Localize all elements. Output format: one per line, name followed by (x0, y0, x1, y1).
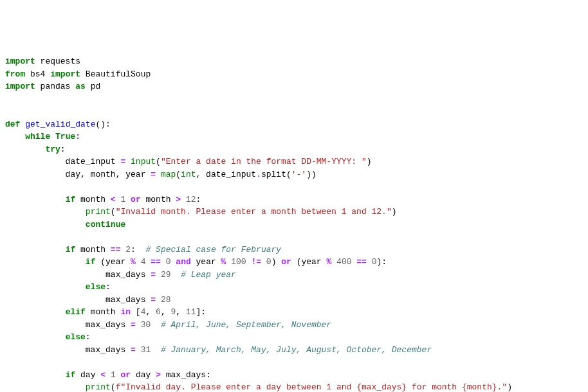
code-line: max_days = 28 (5, 294, 583, 307)
code-token: as (75, 82, 86, 91)
code-token: pandas (35, 82, 75, 91)
code-line: print("Invalid month. Please enter a mon… (5, 206, 583, 218)
code-token (5, 307, 66, 317)
code-line: max_days = 30 # April, June, September, … (5, 319, 583, 332)
code-line (5, 181, 583, 193)
code-token (261, 257, 266, 267)
code-token: else (66, 332, 86, 342)
code-token: input (131, 157, 156, 166)
code-token: month (75, 245, 111, 254)
code-token: from (5, 69, 25, 79)
code-token (125, 157, 131, 166)
code-token (5, 145, 45, 154)
code-token: day (75, 370, 100, 380)
code-token: "Invalid month. Please enter a month bet… (116, 207, 392, 217)
code-token: {max_days} (356, 382, 407, 392)
code-token (331, 257, 336, 267)
code-line: continue (5, 218, 583, 231)
code-token: day, month, year (5, 170, 151, 179)
code-token: : (106, 282, 111, 292)
code-token: , (161, 307, 171, 317)
code-line: if month == 2: # Special case for Februa… (5, 244, 583, 256)
code-token: == (111, 245, 121, 254)
code-token: ) (367, 157, 372, 166)
code-line: try: (5, 143, 583, 156)
code-token: : (75, 132, 80, 141)
code-line: def get_valid_date(): (5, 118, 583, 131)
code-token: . (256, 170, 261, 179)
code-line (5, 93, 583, 106)
code-token: else (86, 282, 106, 292)
code-token: ( (111, 382, 116, 392)
code-token: for month (407, 382, 462, 392)
code-token: , date_input (196, 170, 257, 179)
code-token: elif (66, 307, 86, 317)
code-line: import requests (5, 55, 583, 68)
code-token: month (75, 195, 111, 204)
code-token: int (181, 170, 196, 179)
code-token: month (86, 307, 121, 317)
code-token: year (191, 257, 221, 267)
code-line: elif month in [4, 6, 9, 11]: (5, 306, 583, 319)
code-token: import (50, 69, 80, 79)
code-token: date_input (5, 157, 120, 166)
code-token: = (131, 345, 136, 355)
code-line: max_days = 29 # Leap year (5, 269, 583, 281)
code-token: ( (156, 157, 161, 166)
code-token: map (161, 170, 176, 179)
code-token (106, 370, 111, 380)
code-token: max_days: (161, 370, 211, 380)
code-token: ): (377, 257, 387, 267)
code-token: ) (507, 382, 512, 392)
code-token: ( (111, 207, 116, 217)
code-token: max_days (5, 295, 151, 305)
code-token (5, 207, 86, 217)
code-line: from bs4 import BeautifulSoup (5, 68, 583, 81)
python-code-block: import requestsfrom bs4 import Beautiful… (5, 55, 583, 392)
code-token (156, 295, 161, 305)
code-token (116, 370, 121, 380)
code-token: # January, March, May, July, August, Oct… (161, 345, 432, 355)
code-token: # Leap year (181, 270, 236, 280)
code-token: = (151, 295, 156, 305)
code-token: month (141, 195, 176, 204)
code-token: = (131, 320, 136, 330)
code-token (136, 320, 141, 330)
code-token: (year (291, 257, 327, 267)
code-token: ." (497, 382, 508, 392)
code-line: if (year % 4 == 0 and year % 100 != 0) o… (5, 256, 583, 269)
code-token: , (176, 307, 186, 317)
code-token: import (5, 57, 35, 66)
code-token (151, 345, 161, 355)
code-token (170, 270, 181, 280)
code-token (5, 245, 66, 254)
code-line: print(f"Invalid day. Please enter a day … (5, 381, 583, 392)
code-token (50, 132, 55, 141)
code-token: while (25, 132, 50, 141)
code-token: max_days (5, 345, 131, 355)
code-token: : (86, 332, 91, 342)
code-token: {month} (462, 382, 497, 392)
code-token: ) (271, 257, 282, 267)
code-token: BeautifulSoup (80, 69, 151, 79)
code-token: print (86, 207, 111, 217)
code-line: while True: (5, 130, 583, 143)
code-token: 0 (372, 257, 377, 267)
code-token: )) (306, 170, 317, 179)
code-token: 1 (111, 370, 116, 380)
code-token: continue (86, 220, 125, 229)
code-token: day (131, 370, 156, 380)
code-token: = (151, 270, 156, 280)
code-line: else: (5, 281, 583, 294)
code-token: 400 (336, 257, 351, 267)
code-token: # Special case for February (145, 245, 281, 254)
code-token: True (55, 132, 75, 141)
code-line: max_days = 31 # January, March, May, Jul… (5, 344, 583, 357)
code-line: if month < 1 or month > 12: (5, 193, 583, 206)
code-token: = (151, 170, 156, 179)
code-line: else: (5, 331, 583, 344)
code-token (161, 257, 166, 267)
code-token: : (131, 245, 145, 254)
code-token (5, 132, 25, 141)
code-token (367, 257, 372, 267)
